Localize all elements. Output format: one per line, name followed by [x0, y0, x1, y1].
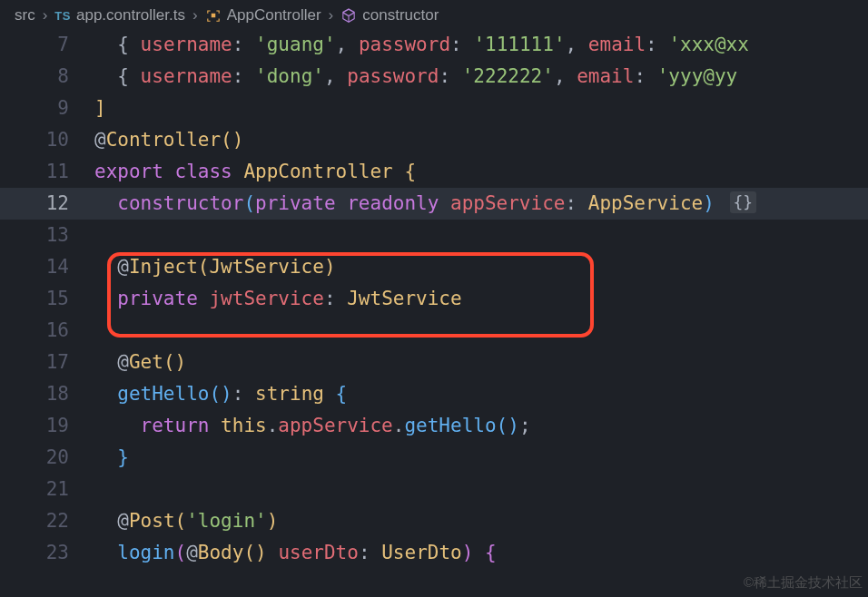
line-number: 16: [0, 315, 94, 347]
line-number: 18: [0, 378, 94, 410]
breadcrumb: src › TS app.controller.ts › AppControll…: [0, 0, 868, 29]
watermark-text: ©稀土掘金技术社区: [744, 574, 863, 592]
code-content: { username: 'guang', password: '111111',…: [94, 29, 868, 61]
code-content: private jwtService: JwtService: [94, 283, 868, 315]
code-content: export class AppController {: [94, 156, 868, 188]
code-editor[interactable]: 7 { username: 'guang', password: '111111…: [0, 29, 868, 569]
code-content: @Controller(): [94, 124, 868, 156]
code-line[interactable]: 18 getHello(): string {: [0, 378, 868, 410]
code-line[interactable]: 16: [0, 315, 868, 347]
code-line-active[interactable]: 12 constructor(private readonly appServi…: [0, 188, 868, 220]
code-content: [94, 315, 868, 347]
code-content: { username: 'dong', password: '222222', …: [94, 61, 868, 93]
symbol-method-icon: [340, 7, 357, 24]
line-number: 9: [0, 93, 94, 124]
breadcrumb-label: src: [15, 6, 35, 24]
code-line[interactable]: 19 return this.appService.getHello();: [0, 410, 868, 442]
line-number: 19: [0, 410, 94, 442]
code-content: login(@Body() userDto: UserDto) {: [94, 537, 868, 569]
code-content: @Post('login'): [94, 505, 868, 537]
breadcrumb-label: constructor: [362, 6, 439, 24]
line-number: 21: [0, 474, 94, 505]
breadcrumb-label: app.controller.ts: [76, 6, 185, 24]
code-line[interactable]: 15 private jwtService: JwtService: [0, 283, 868, 315]
chevron-right-icon: ›: [43, 6, 48, 24]
code-line[interactable]: 11 export class AppController {: [0, 156, 868, 188]
code-line[interactable]: 21: [0, 474, 868, 505]
code-fold-badge[interactable]: {}: [730, 191, 757, 213]
line-number: 15: [0, 283, 94, 315]
code-line[interactable]: 9 ]: [0, 93, 868, 124]
chevron-right-icon: ›: [329, 6, 334, 24]
code-line[interactable]: 20 }: [0, 442, 868, 474]
code-content: [94, 474, 868, 505]
line-number: 14: [0, 251, 94, 283]
code-content: constructor(private readonly appService:…: [94, 188, 868, 220]
line-number: 11: [0, 156, 94, 188]
breadcrumb-item-class[interactable]: AppController: [205, 6, 321, 24]
line-number: 23: [0, 537, 94, 569]
code-content: }: [94, 442, 868, 474]
breadcrumb-item-file[interactable]: TS app.controller.ts: [54, 6, 185, 24]
line-number: 17: [0, 347, 94, 378]
line-number: 20: [0, 442, 94, 474]
code-content: [94, 220, 868, 251]
code-content: ]: [94, 93, 868, 124]
code-line[interactable]: 14 @Inject(JwtService): [0, 251, 868, 283]
code-line[interactable]: 13: [0, 220, 868, 251]
line-number: 7: [0, 29, 94, 61]
chevron-right-icon: ›: [192, 6, 198, 24]
code-line[interactable]: 7 { username: 'guang', password: '111111…: [0, 29, 868, 61]
code-content: getHello(): string {: [94, 378, 868, 410]
code-content: @Get(): [94, 347, 868, 378]
line-number: 8: [0, 61, 94, 93]
symbol-class-icon: [205, 7, 222, 24]
breadcrumb-item-member[interactable]: constructor: [340, 6, 439, 24]
code-line[interactable]: 22 @Post('login'): [0, 505, 868, 537]
breadcrumb-label: AppController: [227, 6, 321, 24]
line-number: 12: [0, 188, 94, 220]
typescript-file-icon: TS: [54, 9, 71, 23]
code-line[interactable]: 17 @Get(): [0, 347, 868, 378]
line-number: 22: [0, 505, 94, 537]
breadcrumb-item-src[interactable]: src: [15, 6, 35, 24]
code-content: @Inject(JwtService): [94, 251, 868, 283]
code-line[interactable]: 8 { username: 'dong', password: '222222'…: [0, 61, 868, 93]
line-number: 10: [0, 124, 94, 156]
line-number: 13: [0, 220, 94, 251]
code-content: return this.appService.getHello();: [94, 410, 868, 442]
code-line[interactable]: 10 @Controller(): [0, 124, 868, 156]
code-line[interactable]: 23 login(@Body() userDto: UserDto) {: [0, 537, 868, 569]
